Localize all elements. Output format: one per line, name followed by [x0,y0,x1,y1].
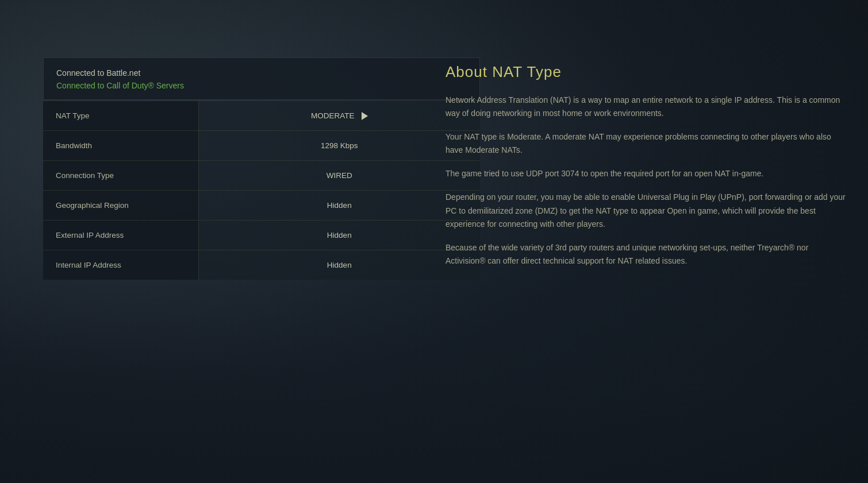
row-value: 1298 Kbps [198,131,480,161]
table-row: External IP AddressHidden [43,221,480,250]
about-paragraph-3: The game tried to use UDP port 3074 to o… [445,167,848,180]
table-row[interactable]: NAT TypeMODERATE [43,101,480,131]
nat-arrow-icon [362,112,368,120]
row-label: Bandwidth [43,131,198,161]
table-row: Internal IP AddressHidden [43,250,480,280]
row-label: External IP Address [43,221,198,250]
row-value: Hidden [198,250,480,280]
nat-type-value: MODERATE [311,111,355,120]
row-label: NAT Type [43,101,198,131]
row-label: Connection Type [43,161,198,191]
status-section: Connected to Battle.net Connected to Cal… [43,57,480,100]
about-paragraph-2: Your NAT type is Moderate. A moderate NA… [445,130,848,157]
row-value: Hidden [198,221,480,250]
main-panel: Connected to Battle.net Connected to Cal… [43,57,480,280]
row-value: MODERATE [198,101,480,131]
row-value: WIRED [198,161,480,191]
about-title: About NAT Type [445,63,848,81]
table-row: Bandwidth1298 Kbps [43,131,480,161]
row-value: Hidden [198,191,480,221]
about-nat-panel: About NAT Type Network Address Translati… [445,57,848,278]
row-label: Internal IP Address [43,250,198,280]
about-paragraph-1: Network Address Translation (NAT) is a w… [445,94,848,120]
about-paragraph-4: Depending on your router, you may be abl… [445,191,848,230]
battlenet-status: Connected to Battle.net [56,68,467,78]
about-paragraph-5: Because of the wide variety of 3rd party… [445,241,848,268]
row-label: Geographical Region [43,191,198,221]
network-info-table: NAT TypeMODERATEBandwidth1298 KbpsConnec… [43,101,480,280]
cod-status: Connected to Call of Duty® Servers [56,81,467,90]
table-row: Connection TypeWIRED [43,161,480,191]
table-row: Geographical RegionHidden [43,191,480,221]
